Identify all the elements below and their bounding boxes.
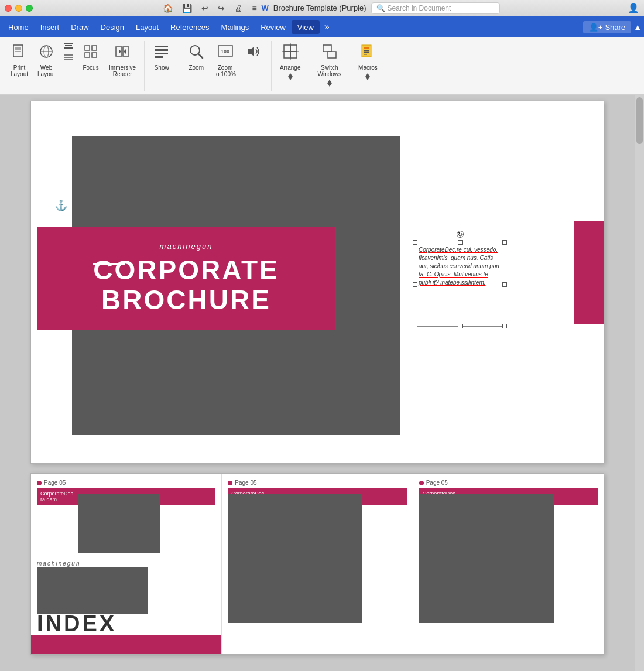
zoom-icon xyxy=(188,43,204,63)
handle-bottom-mid[interactable] xyxy=(458,324,463,328)
ribbon-group-switch: Switch Windows xyxy=(311,41,350,91)
page-2: Page 05 CorporateDec ra dam... machinegu… xyxy=(30,473,604,655)
redo-icon[interactable]: ↪ xyxy=(218,4,225,13)
web-layout-icon xyxy=(38,43,54,63)
svg-marker-41 xyxy=(327,83,332,87)
zoom100-btn[interactable]: 100 Zoom to 100% xyxy=(211,41,239,80)
svg-rect-45 xyxy=(364,52,369,53)
speaker-icon xyxy=(246,43,262,63)
page2-machinegun: machinegun xyxy=(37,560,80,567)
page2-col-3: Page 05 CorporateDec ra dam... xyxy=(413,474,604,654)
menu-review[interactable]: Review xyxy=(255,20,292,34)
corporate-title-2: BROCHURE xyxy=(93,285,279,315)
outline-btn[interactable] xyxy=(61,41,76,52)
page2-dark-rect-1 xyxy=(78,494,160,553)
page2-col3-label: Page 05 xyxy=(419,480,598,486)
undo-icon[interactable]: ↩ xyxy=(201,4,208,13)
print-icon[interactable]: 🖨 xyxy=(234,4,242,13)
zoom-btn[interactable]: Zoom xyxy=(184,41,208,73)
web-layout-label2: Layout xyxy=(37,71,55,77)
maximize-button[interactable] xyxy=(26,5,33,12)
page2-dot-3 xyxy=(419,481,424,485)
arrange-label: Arrange xyxy=(280,64,301,71)
profile-icon[interactable]: 👤 xyxy=(628,2,639,13)
svg-rect-8 xyxy=(65,45,72,46)
handle-mid-left[interactable] xyxy=(413,282,417,287)
page2-dark-rect-3 xyxy=(228,494,362,623)
page2-col2-label: Page 05 xyxy=(228,480,406,486)
macros-label: Macros xyxy=(358,64,378,71)
textbox-content: CorporateDec.re cul, vessedo, ficavenimi… xyxy=(415,242,505,290)
draft-btn[interactable] xyxy=(61,52,76,63)
share-button[interactable]: 👤+ Share xyxy=(583,21,631,33)
arrange-btn[interactable]: Arrange xyxy=(276,41,304,73)
svg-rect-33 xyxy=(290,52,297,58)
share-label: Share xyxy=(605,23,625,32)
menu-layout[interactable]: Layout xyxy=(130,20,165,34)
menu-mailings[interactable]: Mailings xyxy=(215,20,255,34)
immersive-reader-icon xyxy=(114,43,131,63)
menu-more[interactable]: » xyxy=(320,19,334,35)
menu-view[interactable]: View xyxy=(292,20,320,34)
close-button[interactable] xyxy=(5,5,12,12)
focus-icon xyxy=(83,43,99,63)
menu-insert[interactable]: Insert xyxy=(35,20,66,34)
svg-rect-22 xyxy=(155,49,168,51)
menu-home[interactable]: Home xyxy=(2,20,35,34)
handle-mid-right[interactable] xyxy=(502,282,507,287)
svg-rect-0 xyxy=(13,45,23,57)
search-bar[interactable]: 🔍 Search in Document xyxy=(371,2,500,14)
menu-draw[interactable]: Draw xyxy=(65,20,94,34)
handle-top-left[interactable] xyxy=(413,240,417,245)
scrollbar[interactable] xyxy=(635,95,644,671)
home-icon[interactable]: 🏠 xyxy=(163,4,173,13)
page2-index-text: INDEX xyxy=(37,611,117,636)
svg-rect-32 xyxy=(284,52,290,58)
print-layout-btn[interactable]: Print Layout xyxy=(7,41,32,80)
page2-col1-label: Page 05 xyxy=(37,480,215,486)
zoom-label: Zoom xyxy=(189,64,204,71)
svg-marker-36 xyxy=(288,73,293,77)
show-btn[interactable]: Show xyxy=(149,41,174,73)
page2-dot-1 xyxy=(37,481,42,485)
custom-icon[interactable]: ≡ xyxy=(252,4,256,13)
svg-rect-44 xyxy=(364,50,369,52)
rotate-handle[interactable]: ↻ xyxy=(457,231,464,238)
handle-top-right[interactable] xyxy=(502,240,507,245)
svg-rect-24 xyxy=(155,56,163,58)
minimize-button[interactable] xyxy=(15,5,22,12)
page2-dark-rect-2 xyxy=(37,567,148,614)
handle-bottom-right[interactable] xyxy=(502,324,507,328)
menu-references[interactable]: References xyxy=(165,20,215,34)
svg-rect-38 xyxy=(323,45,331,52)
chevron-up-icon[interactable]: ▲ xyxy=(633,22,642,32)
handle-top-mid[interactable] xyxy=(458,240,463,245)
title-bar: 🏠 💾 ↩ ↪ 🖨 ≡ W Brochure Template (Purple)… xyxy=(0,0,644,16)
svg-text:100: 100 xyxy=(221,49,229,54)
svg-rect-30 xyxy=(284,45,290,52)
macros-icon xyxy=(359,43,376,63)
zoom100-icon: 100 xyxy=(217,43,234,63)
page2-dark-rect-4 xyxy=(419,494,554,623)
menu-design[interactable]: Design xyxy=(95,20,130,34)
handle-bottom-left[interactable] xyxy=(413,324,417,328)
textbox-overlay[interactable]: ↻ CorporateDec.re cul, vessedo, ficaveni… xyxy=(415,242,505,327)
immersive-reader-btn[interactable]: Immersive Reader xyxy=(105,41,139,80)
svg-rect-14 xyxy=(92,46,97,50)
speaker-icon-btn[interactable] xyxy=(242,41,266,67)
corporate-title-1: CORPORATE xyxy=(93,255,279,285)
web-layout-btn[interactable]: Web Layout xyxy=(34,41,59,80)
print-layout-icon xyxy=(11,43,28,63)
svg-rect-15 xyxy=(85,53,90,57)
show-icon xyxy=(153,43,170,63)
svg-rect-16 xyxy=(92,53,97,57)
traffic-lights xyxy=(5,5,33,12)
focus-btn[interactable]: Focus xyxy=(78,41,103,73)
svg-marker-40 xyxy=(327,80,332,83)
switch-windows-btn[interactable]: Switch Windows xyxy=(314,41,345,80)
add-person-icon: 👤+ xyxy=(589,23,603,32)
save-icon[interactable]: 💾 xyxy=(182,4,192,13)
page2-content: Page 05 CorporateDec ra dam... machinegu… xyxy=(31,474,604,654)
scrollbar-thumb[interactable] xyxy=(636,97,643,144)
macros-btn[interactable]: Macros xyxy=(355,41,381,73)
